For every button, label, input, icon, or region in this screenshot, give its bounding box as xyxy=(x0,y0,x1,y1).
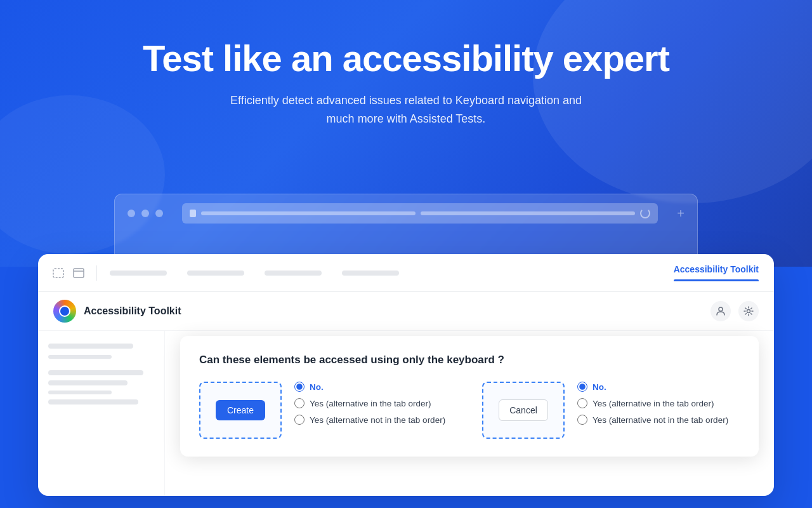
accessibility-toolkit-tab[interactable]: Accessibility Toolkit xyxy=(671,264,761,281)
question-col-1: Create No. Yes (alternative in the tab o… xyxy=(199,382,457,439)
content-area: Can these elements be accessed using onl… xyxy=(38,331,774,496)
left-sidebar xyxy=(38,331,165,496)
cancel-option-yes-notab[interactable]: Yes (alternative not in the tab order) xyxy=(577,415,728,425)
settings-button[interactable] xyxy=(738,301,759,321)
tab-placeholder-3 xyxy=(257,271,329,276)
cancel-radio-no[interactable] xyxy=(577,382,587,392)
svg-rect-1 xyxy=(74,269,84,277)
tab-placeholder-1 xyxy=(102,271,174,276)
question-columns: Create No. Yes (alternative in the tab o… xyxy=(199,382,740,439)
svg-point-3 xyxy=(719,307,723,311)
tab-bar: Accessibility Toolkit xyxy=(38,254,774,292)
create-yes-tab-label: Yes (alternative in the tab order) xyxy=(310,399,431,408)
create-no-label: No. xyxy=(310,382,324,392)
hero-title: Test like an accessibility expert xyxy=(0,38,812,79)
cancel-radio-yes-notab[interactable] xyxy=(577,415,587,425)
ghost-toolbar: + xyxy=(115,194,697,232)
create-radio-yes-tab[interactable] xyxy=(294,398,304,408)
tab-active-label: Accessibility Toolkit xyxy=(674,264,759,279)
create-radio-group: No. Yes (alternative in the tab order) Y… xyxy=(294,382,445,439)
main-card: Accessibility Toolkit Accessibility Tool… xyxy=(38,254,774,496)
hero-subtitle: Efficiently detect advanced issues relat… xyxy=(222,91,590,128)
svg-point-4 xyxy=(747,310,750,313)
screenshot-tab-icon[interactable] xyxy=(51,265,66,281)
sidebar-line-6 xyxy=(48,399,138,404)
tab-line-3 xyxy=(265,271,322,276)
cancel-no-label: No. xyxy=(593,382,606,392)
cancel-radio-yes-tab[interactable] xyxy=(577,398,587,408)
create-option-yes-tab[interactable]: Yes (alternative in the tab order) xyxy=(294,398,445,408)
window-tab-icon[interactable] xyxy=(71,265,86,281)
ghost-address-bar xyxy=(182,203,658,224)
ghost-lock-icon xyxy=(190,210,196,217)
ghost-new-tab-icon: + xyxy=(677,206,684,221)
tab-placeholder-4 xyxy=(334,271,407,276)
ghost-url-text xyxy=(201,211,416,215)
user-account-button[interactable] xyxy=(710,301,731,321)
ghost-dot-3 xyxy=(155,210,163,217)
tab-active-underline xyxy=(674,279,759,281)
ghost-url-extra xyxy=(421,211,635,215)
create-element-box: Create xyxy=(199,382,282,439)
main-content: Can these elements be accessed using onl… xyxy=(165,331,774,496)
cancel-button[interactable]: Cancel xyxy=(499,399,548,421)
question-title: Can these elements be accessed using onl… xyxy=(199,354,740,366)
create-radio-yes-notab[interactable] xyxy=(294,415,304,425)
app-header: Accessibility Toolkit xyxy=(38,292,774,331)
create-button[interactable]: Create xyxy=(216,400,265,420)
ghost-dot-2 xyxy=(141,210,149,217)
ghost-dot-1 xyxy=(128,210,135,217)
question-card: Can these elements be accessed using onl… xyxy=(180,336,759,457)
cancel-radio-group: No. Yes (alternative in the tab order) Y… xyxy=(577,382,728,439)
header-icons xyxy=(710,301,759,321)
sidebar-line-1 xyxy=(48,344,133,349)
tab-placeholder-2 xyxy=(180,271,252,276)
ghost-refresh-icon xyxy=(640,208,650,218)
tab-line-2 xyxy=(187,271,244,276)
create-option-yes-notab[interactable]: Yes (alternative not in the tab order) xyxy=(294,415,445,425)
app-logo xyxy=(53,300,76,323)
tab-line-1 xyxy=(110,271,167,276)
create-yes-notab-label: Yes (alternative not in the tab order) xyxy=(310,415,445,425)
sidebar-line-5 xyxy=(48,391,112,394)
app-name: Accessibility Toolkit xyxy=(84,305,710,317)
cancel-yes-tab-label: Yes (alternative in the tab order) xyxy=(593,399,714,408)
cancel-element-box: Cancel xyxy=(482,382,565,439)
hero-section: Test like an accessibility expert Effici… xyxy=(0,38,812,128)
sidebar-line-4 xyxy=(48,380,128,385)
tab-icon-group xyxy=(51,265,97,281)
sidebar-line-3 xyxy=(48,370,143,375)
sidebar-line-2 xyxy=(48,355,112,359)
tab-line-4 xyxy=(342,271,399,276)
cancel-yes-notab-label: Yes (alternative not in the tab order) xyxy=(593,415,728,425)
question-col-2: Cancel No. Yes (alternative in the tab o… xyxy=(482,382,740,439)
cancel-option-yes-tab[interactable]: Yes (alternative in the tab order) xyxy=(577,398,728,408)
cancel-option-no[interactable]: No. xyxy=(577,382,728,392)
svg-rect-0 xyxy=(53,269,63,277)
create-option-no[interactable]: No. xyxy=(294,382,445,392)
create-radio-no[interactable] xyxy=(294,382,304,392)
